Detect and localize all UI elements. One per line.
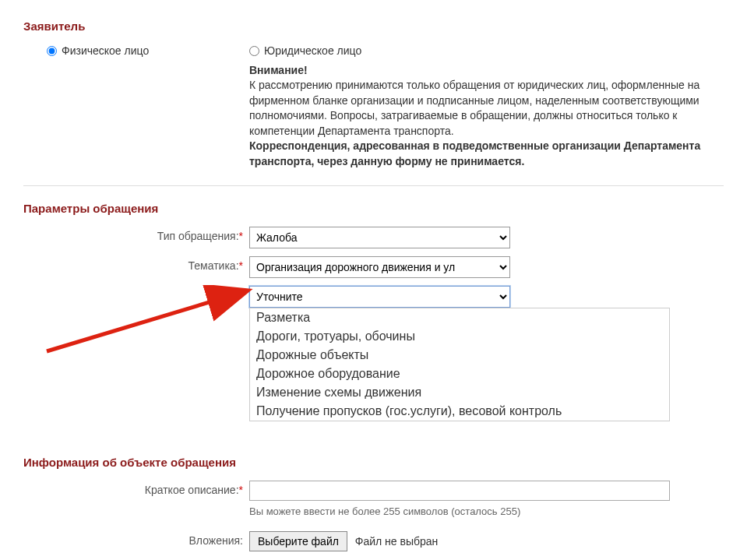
attach-label: Вложения: — [189, 534, 243, 547]
dropdown-option[interactable]: Получение пропусков (гос.услуги), весово… — [250, 402, 669, 421]
attention-text-2: Корреспонденция, адресованная в подведом… — [249, 139, 700, 167]
section-params-title: Параметры обращения — [23, 202, 724, 215]
radio-legal-input[interactable] — [249, 46, 259, 56]
radio-individual-input[interactable] — [47, 46, 57, 56]
radio-individual[interactable]: Физическое лицо — [47, 44, 149, 57]
dropdown-option[interactable]: Дорожное оборудование — [250, 365, 669, 383]
type-label: Тип обращения: — [157, 230, 239, 242]
section-applicant-title: Заявитель — [23, 19, 724, 33]
dropdown-option[interactable]: Дороги, тротуары, обочины — [250, 327, 669, 346]
refine-select[interactable]: Уточните — [249, 286, 510, 308]
required-star: * — [239, 230, 243, 242]
dropdown-option[interactable]: Дорожные объекты — [250, 346, 669, 365]
topic-label: Тематика: — [189, 259, 239, 272]
divider — [23, 185, 724, 186]
file-none-label: Файл не выбран — [355, 535, 439, 548]
radio-legal[interactable]: Юридическое лицо — [249, 44, 361, 57]
attention-heading: Внимание! — [249, 64, 308, 76]
refine-dropdown: Разметка Дороги, тротуары, обочины Дорож… — [249, 308, 670, 421]
radio-individual-label: Физическое лицо — [62, 44, 149, 57]
type-select[interactable]: Жалоба — [249, 227, 510, 248]
required-star: * — [239, 259, 243, 272]
section-info-title: Информация об объекте обращения — [23, 456, 724, 469]
desc-label: Краткое описание: — [145, 484, 239, 496]
dropdown-option[interactable]: Изменение схемы движения — [250, 383, 669, 402]
dropdown-option[interactable]: Разметка — [250, 308, 669, 327]
required-star: * — [239, 484, 243, 496]
attention-text-1: К рассмотрению принимаются только обраще… — [249, 79, 699, 137]
desc-input[interactable] — [249, 481, 670, 501]
topic-select[interactable]: Организация дорожного движения и ул — [249, 256, 510, 278]
desc-hint: Вы можете ввести не более 255 символов (… — [249, 505, 724, 517]
choose-file-button[interactable]: Выберите файл — [249, 531, 347, 551]
radio-legal-label: Юридическое лицо — [264, 44, 361, 57]
